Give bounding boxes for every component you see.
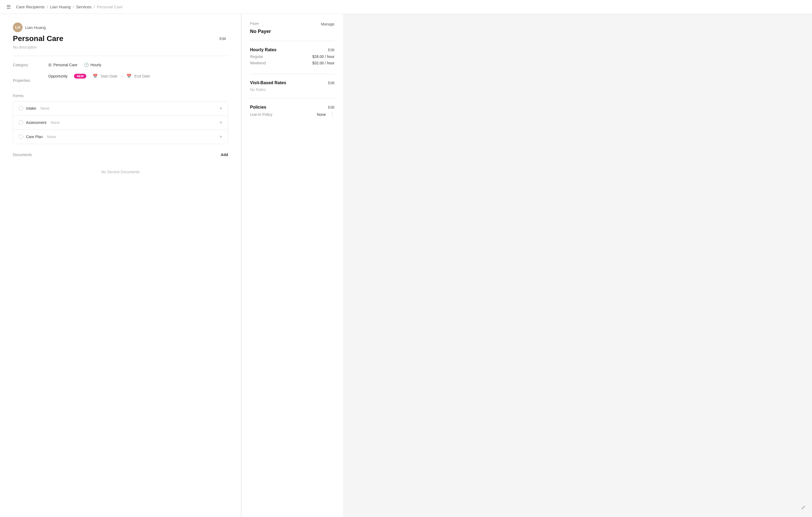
policies-title: Policies xyxy=(250,105,266,110)
user-header: LH Lian Huang xyxy=(13,23,228,32)
payer-manage-button[interactable]: Manage xyxy=(321,22,335,26)
live-in-policy-value: None xyxy=(317,112,326,117)
arrow-icon: → xyxy=(120,74,124,78)
hamburger-icon[interactable]: ☰ xyxy=(6,4,11,10)
visit-rates-edit-button[interactable]: Edit xyxy=(328,81,335,85)
form-item-assessment-left: Assessment None xyxy=(19,120,60,125)
breadcrumb-services[interactable]: Services xyxy=(76,5,92,9)
expand-icon[interactable]: ⤢ xyxy=(801,504,806,511)
regular-rate-label: Regular xyxy=(250,54,263,59)
regular-rate-row: Regular $28.00 / hour xyxy=(250,54,335,59)
weekend-rate-value: $32.00 / hour xyxy=(312,61,335,65)
category-label: Category xyxy=(13,63,40,67)
policies-section: Policies Edit Live-In Policy None ⋮ xyxy=(250,105,335,124)
documents-label: Documents xyxy=(13,153,32,157)
properties-row: Properties Opportunity New 📅 Start Date … xyxy=(13,74,228,87)
breadcrumb-sep-3: / xyxy=(93,5,95,9)
new-badge: New xyxy=(74,74,86,79)
end-date-label: End Date xyxy=(134,74,150,78)
page-title: Personal Care xyxy=(13,34,63,43)
form-item-assessment: Assessment None + xyxy=(13,115,228,130)
weekend-rate-label: Weekend xyxy=(250,61,266,65)
visit-rates-header: Visit-Based Rates Edit xyxy=(250,80,335,85)
care-plan-name: Care Plan xyxy=(26,135,42,139)
service-edit-button[interactable]: Edit xyxy=(218,35,228,42)
page-title-row: Personal Care Edit xyxy=(13,34,228,43)
billing-type-text: Hourly xyxy=(91,63,101,67)
category-text: Personal Care xyxy=(53,63,78,67)
policy-value-group: None ⋮ xyxy=(317,112,335,117)
payer-section-header: Payer Manage xyxy=(250,22,335,27)
documents-add-button[interactable]: Add xyxy=(221,153,228,157)
care-plan-circle-icon xyxy=(19,134,23,139)
category-row: Category ⊞ Personal Care 🕐 Hourly xyxy=(13,62,228,67)
breadcrumb: Care Recipients / Lian Huang / Services … xyxy=(16,5,122,9)
date-range: 📅 Start Date → 📅 End Date xyxy=(93,74,150,79)
divider-1 xyxy=(13,56,228,56)
form-item-care-plan: Care Plan None + xyxy=(13,130,228,144)
billing-type-value: 🕐 Hourly xyxy=(84,62,101,67)
main-layout: LH Lian Huang Personal Care Edit No desc… xyxy=(0,14,812,517)
category-values: ⊞ Personal Care 🕐 Hourly xyxy=(48,62,101,67)
documents-row: Documents Add xyxy=(13,153,228,157)
intake-name: Intake xyxy=(26,106,36,110)
calendar-end-icon: 📅 xyxy=(126,74,132,79)
user-name-label: Lian Huang xyxy=(25,25,46,30)
form-item-care-plan-left: Care Plan None xyxy=(19,134,56,139)
policies-edit-button[interactable]: Edit xyxy=(328,105,335,109)
breadcrumb-sep-1: / xyxy=(47,5,48,9)
assessment-value: None xyxy=(51,120,59,125)
payer-value: No Payer xyxy=(250,29,335,34)
no-documents-text: No Service Documents xyxy=(13,161,228,183)
avatar: LH xyxy=(13,23,23,32)
service-description: No description xyxy=(13,45,228,49)
breadcrumb-lian-huang[interactable]: Lian Huang xyxy=(50,5,71,9)
forms-section-label: Forms xyxy=(13,93,228,98)
intake-value: None xyxy=(40,106,49,110)
calendar-start-icon: 📅 xyxy=(93,74,98,79)
payer-label: Payer xyxy=(250,22,259,25)
dots-menu-icon[interactable]: ⋮ xyxy=(330,112,335,117)
hourly-rates-edit-button[interactable]: Edit xyxy=(328,48,335,52)
category-icon: ⊞ xyxy=(48,62,52,67)
top-nav: ☰ Care Recipients / Lian Huang / Service… xyxy=(0,0,812,14)
right-sidebar: Payer Manage No Payer Hourly Rates Edit … xyxy=(241,14,343,517)
weekend-rate-row: Weekend $32.00 / hour xyxy=(250,61,335,65)
form-item-intake-left: Intake None xyxy=(19,106,50,111)
assessment-name: Assessment xyxy=(26,120,46,125)
properties-values: Opportunity New 📅 Start Date → 📅 End Dat… xyxy=(48,74,150,79)
clock-icon: 🕐 xyxy=(84,62,89,67)
intake-circle-icon xyxy=(19,106,23,111)
care-plan-value: None xyxy=(47,135,56,139)
visit-rates-section: Visit-Based Rates Edit No Rates xyxy=(250,80,335,99)
properties-label: Properties xyxy=(13,78,40,83)
hourly-rates-title: Hourly Rates xyxy=(250,48,277,52)
live-in-policy-label: Live-In Policy xyxy=(250,112,272,117)
form-item-intake: Intake None + xyxy=(13,101,228,115)
care-plan-add-button[interactable]: + xyxy=(219,134,223,139)
hourly-rates-header: Hourly Rates Edit xyxy=(250,48,335,52)
left-content: LH Lian Huang Personal Care Edit No desc… xyxy=(0,14,241,517)
hourly-rates-section: Hourly Rates Edit Regular $28.00 / hour … xyxy=(250,48,335,74)
opportunity-label: Opportunity xyxy=(48,74,67,78)
breadcrumb-personal-care: Personal Care xyxy=(97,5,123,9)
policies-header: Policies Edit xyxy=(250,105,335,110)
payer-section: Payer Manage No Payer xyxy=(250,22,335,41)
intake-add-button[interactable]: + xyxy=(219,106,223,111)
forms-list: Intake None + Assessment None + Care Pla… xyxy=(13,101,228,144)
visit-rates-empty: No Rates xyxy=(250,87,266,92)
assessment-add-button[interactable]: + xyxy=(219,120,223,125)
breadcrumb-care-recipients[interactable]: Care Recipients xyxy=(16,5,45,9)
assessment-circle-icon xyxy=(19,120,23,125)
category-value: ⊞ Personal Care xyxy=(48,62,78,67)
visit-rates-title: Visit-Based Rates xyxy=(250,80,286,85)
live-in-policy-row: Live-In Policy None ⋮ xyxy=(250,112,335,117)
start-date-label: Start Date xyxy=(100,74,117,78)
regular-rate-value: $28.00 / hour xyxy=(312,54,335,59)
breadcrumb-sep-2: / xyxy=(73,5,74,9)
